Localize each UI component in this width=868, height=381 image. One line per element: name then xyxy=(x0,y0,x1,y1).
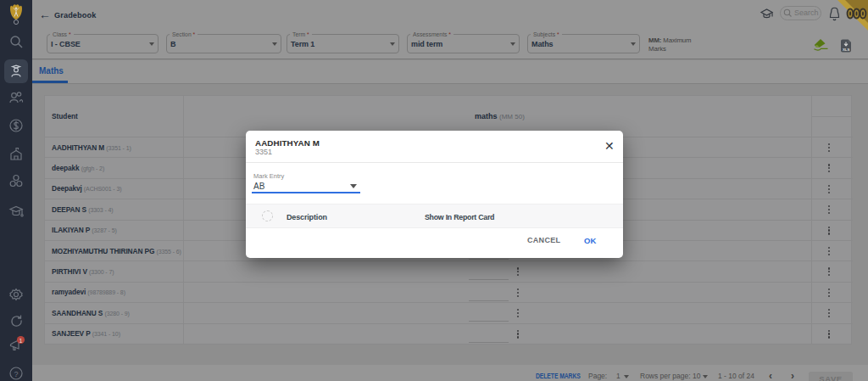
svg-text:XLS: XLS xyxy=(843,48,850,52)
svg-text:1: 1 xyxy=(19,338,23,344)
svg-text:?: ? xyxy=(14,370,18,378)
